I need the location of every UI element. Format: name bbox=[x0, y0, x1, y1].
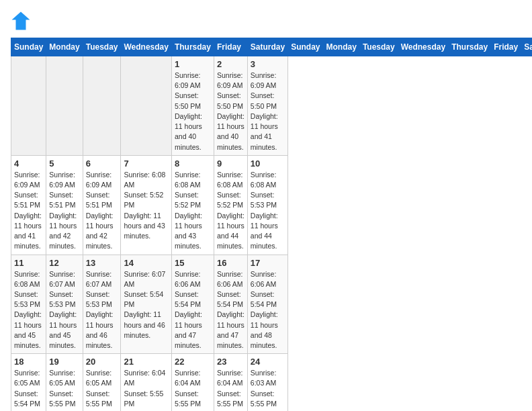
day-number: 7 bbox=[124, 158, 168, 169]
day-number: 12 bbox=[49, 258, 79, 268]
day-info: Sunrise: 6:08 AMSunset: 5:52 PMDaylight:… bbox=[124, 170, 168, 242]
day-info: Sunrise: 6:09 AMSunset: 5:50 PMDaylight:… bbox=[217, 71, 245, 152]
calendar-cell: 2Sunrise: 6:09 AMSunset: 5:50 PMDaylight… bbox=[214, 56, 247, 156]
col-header-saturday: Saturday bbox=[521, 38, 532, 56]
header-wednesday: Wednesday bbox=[121, 38, 171, 56]
day-info: Sunrise: 6:05 AMSunset: 5:55 PMDaylight:… bbox=[49, 368, 79, 411]
day-info: Sunrise: 6:05 AMSunset: 5:54 PMDaylight:… bbox=[14, 368, 43, 411]
col-header-friday: Friday bbox=[491, 38, 521, 56]
day-number: 24 bbox=[251, 357, 285, 367]
svg-marker-0 bbox=[12, 12, 30, 30]
day-number: 19 bbox=[49, 357, 79, 367]
calendar-cell: 20Sunrise: 6:05 AMSunset: 5:55 PMDayligh… bbox=[83, 354, 121, 411]
calendar-cell bbox=[121, 56, 171, 156]
day-info: Sunrise: 6:06 AMSunset: 5:54 PMDaylight:… bbox=[251, 269, 285, 351]
day-info: Sunrise: 6:09 AMSunset: 5:51 PMDaylight:… bbox=[86, 170, 118, 252]
header-sunday: Sunday bbox=[11, 38, 46, 56]
day-number: 1 bbox=[175, 59, 211, 69]
day-number: 9 bbox=[217, 158, 245, 169]
day-info: Sunrise: 6:05 AMSunset: 5:55 PMDaylight:… bbox=[86, 368, 118, 411]
calendar-cell: 9Sunrise: 6:08 AMSunset: 5:52 PMDaylight… bbox=[214, 155, 247, 255]
header-monday: Monday bbox=[46, 38, 83, 56]
calendar-header-row: SundayMondayTuesdayWednesdayThursdayFrid… bbox=[11, 38, 533, 56]
day-number: 4 bbox=[14, 158, 43, 169]
calendar-cell: 10Sunrise: 6:08 AMSunset: 5:53 PMDayligh… bbox=[247, 155, 287, 255]
day-number: 18 bbox=[14, 357, 43, 367]
day-info: Sunrise: 6:03 AMSunset: 5:55 PMDaylight:… bbox=[251, 368, 285, 411]
calendar-cell: 24Sunrise: 6:03 AMSunset: 5:55 PMDayligh… bbox=[247, 354, 287, 411]
day-info: Sunrise: 6:06 AMSunset: 5:54 PMDaylight:… bbox=[217, 269, 245, 351]
calendar-cell: 4Sunrise: 6:09 AMSunset: 5:51 PMDaylight… bbox=[11, 155, 46, 255]
calendar-cell: 21Sunrise: 6:04 AMSunset: 5:55 PMDayligh… bbox=[121, 354, 171, 411]
header-tuesday: Tuesday bbox=[83, 38, 121, 56]
header-thursday: Thursday bbox=[171, 38, 214, 56]
day-info: Sunrise: 6:08 AMSunset: 5:52 PMDaylight:… bbox=[217, 170, 245, 252]
day-info: Sunrise: 6:08 AMSunset: 5:53 PMDaylight:… bbox=[251, 170, 285, 252]
day-info: Sunrise: 6:06 AMSunset: 5:54 PMDaylight:… bbox=[175, 269, 211, 351]
calendar-cell: 14Sunrise: 6:07 AMSunset: 5:54 PMDayligh… bbox=[121, 255, 171, 354]
day-number: 6 bbox=[86, 158, 118, 169]
day-info: Sunrise: 6:09 AMSunset: 5:51 PMDaylight:… bbox=[49, 170, 79, 252]
day-info: Sunrise: 6:09 AMSunset: 5:51 PMDaylight:… bbox=[14, 170, 43, 252]
day-info: Sunrise: 6:09 AMSunset: 5:50 PMDaylight:… bbox=[251, 71, 285, 152]
logo-icon bbox=[11, 11, 31, 31]
calendar-cell: 19Sunrise: 6:05 AMSunset: 5:55 PMDayligh… bbox=[46, 354, 83, 411]
calendar-cell: 18Sunrise: 6:05 AMSunset: 5:54 PMDayligh… bbox=[11, 354, 46, 411]
calendar-cell: 16Sunrise: 6:06 AMSunset: 5:54 PMDayligh… bbox=[214, 255, 247, 354]
col-header-wednesday: Wednesday bbox=[398, 38, 448, 56]
calendar-cell: 7Sunrise: 6:08 AMSunset: 5:52 PMDaylight… bbox=[121, 155, 171, 255]
day-number: 8 bbox=[175, 158, 211, 169]
calendar-cell: 12Sunrise: 6:07 AMSunset: 5:53 PMDayligh… bbox=[46, 255, 83, 354]
day-number: 3 bbox=[251, 59, 285, 69]
day-info: Sunrise: 6:04 AMSunset: 5:55 PMDaylight:… bbox=[217, 368, 245, 411]
day-info: Sunrise: 6:04 AMSunset: 5:55 PMDaylight:… bbox=[124, 368, 168, 411]
calendar-week-4: 18Sunrise: 6:05 AMSunset: 5:54 PMDayligh… bbox=[11, 354, 533, 411]
day-info: Sunrise: 6:07 AMSunset: 5:53 PMDaylight:… bbox=[49, 269, 79, 351]
day-number: 14 bbox=[124, 258, 168, 268]
calendar-week-2: 4Sunrise: 6:09 AMSunset: 5:51 PMDaylight… bbox=[11, 155, 533, 255]
day-number: 13 bbox=[86, 258, 118, 268]
calendar-table: SundayMondayTuesdayWednesdayThursdayFrid… bbox=[11, 38, 532, 411]
calendar-cell: 3Sunrise: 6:09 AMSunset: 5:50 PMDaylight… bbox=[247, 56, 287, 156]
day-number: 23 bbox=[217, 357, 245, 367]
calendar-week-3: 11Sunrise: 6:08 AMSunset: 5:53 PMDayligh… bbox=[11, 255, 533, 354]
col-header-monday: Monday bbox=[323, 38, 359, 56]
calendar-cell bbox=[11, 56, 46, 156]
day-info: Sunrise: 6:08 AMSunset: 5:53 PMDaylight:… bbox=[14, 269, 43, 351]
calendar-cell: 22Sunrise: 6:04 AMSunset: 5:55 PMDayligh… bbox=[171, 354, 214, 411]
calendar-week-1: 1Sunrise: 6:09 AMSunset: 5:50 PMDaylight… bbox=[11, 56, 533, 156]
day-number: 5 bbox=[49, 158, 79, 169]
header-friday: Friday bbox=[214, 38, 247, 56]
calendar-cell: 13Sunrise: 6:07 AMSunset: 5:53 PMDayligh… bbox=[83, 255, 121, 354]
calendar-cell bbox=[83, 56, 121, 156]
day-number: 2 bbox=[217, 59, 245, 69]
calendar-cell bbox=[46, 56, 83, 156]
day-info: Sunrise: 6:07 AMSunset: 5:54 PMDaylight:… bbox=[124, 269, 168, 341]
day-number: 11 bbox=[14, 258, 43, 268]
page-header bbox=[11, 11, 521, 31]
calendar-cell: 8Sunrise: 6:08 AMSunset: 5:52 PMDaylight… bbox=[171, 155, 214, 255]
calendar-cell: 17Sunrise: 6:06 AMSunset: 5:54 PMDayligh… bbox=[247, 255, 287, 354]
calendar-cell: 6Sunrise: 6:09 AMSunset: 5:51 PMDaylight… bbox=[83, 155, 121, 255]
calendar-cell: 15Sunrise: 6:06 AMSunset: 5:54 PMDayligh… bbox=[171, 255, 214, 354]
header-saturday: Saturday bbox=[247, 38, 287, 56]
logo bbox=[11, 11, 34, 31]
calendar-cell: 23Sunrise: 6:04 AMSunset: 5:55 PMDayligh… bbox=[214, 354, 247, 411]
day-info: Sunrise: 6:09 AMSunset: 5:50 PMDaylight:… bbox=[175, 71, 211, 152]
day-number: 20 bbox=[86, 357, 118, 367]
day-number: 21 bbox=[124, 357, 168, 367]
day-info: Sunrise: 6:08 AMSunset: 5:52 PMDaylight:… bbox=[175, 170, 211, 252]
calendar-cell: 5Sunrise: 6:09 AMSunset: 5:51 PMDaylight… bbox=[46, 155, 83, 255]
day-info: Sunrise: 6:07 AMSunset: 5:53 PMDaylight:… bbox=[86, 269, 118, 351]
col-header-thursday: Thursday bbox=[449, 38, 491, 56]
day-number: 15 bbox=[175, 258, 211, 268]
calendar-cell: 1Sunrise: 6:09 AMSunset: 5:50 PMDaylight… bbox=[171, 56, 214, 156]
calendar-cell: 11Sunrise: 6:08 AMSunset: 5:53 PMDayligh… bbox=[11, 255, 46, 354]
col-header-tuesday: Tuesday bbox=[359, 38, 398, 56]
day-info: Sunrise: 6:04 AMSunset: 5:55 PMDaylight:… bbox=[175, 368, 211, 411]
day-number: 17 bbox=[251, 258, 285, 268]
day-number: 10 bbox=[251, 158, 285, 169]
day-number: 16 bbox=[217, 258, 245, 268]
col-header-sunday: Sunday bbox=[288, 38, 323, 56]
day-number: 22 bbox=[175, 357, 211, 367]
